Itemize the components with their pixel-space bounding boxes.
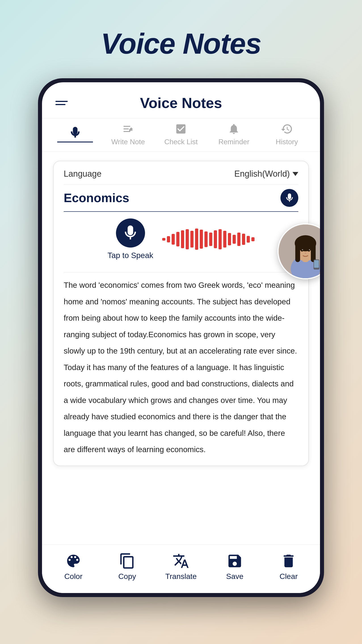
tab-write-note[interactable]: Write Note: [110, 123, 146, 146]
tab-history[interactable]: History: [269, 123, 305, 146]
tab-reminder[interactable]: Reminder: [216, 123, 252, 146]
translate-label: Translate: [165, 572, 197, 581]
translate-action[interactable]: Translate: [161, 552, 201, 581]
note-title: Economics: [64, 191, 129, 205]
save-label: Save: [226, 572, 244, 581]
mic-active-badge[interactable]: [281, 189, 298, 207]
checklist-icon: [175, 123, 187, 136]
clear-action[interactable]: Clear: [269, 552, 309, 581]
tab-history-label: History: [276, 138, 298, 146]
app-header: Voice Notes: [42, 82, 320, 118]
language-value: English(World): [234, 169, 290, 179]
app-title: Voice Notes: [140, 94, 222, 111]
phone-screen: Voice Notes Write Note: [42, 82, 320, 593]
svg-rect-5: [295, 243, 300, 262]
tap-to-speak-label: Tap to Speak: [107, 251, 153, 260]
copy-label: Copy: [118, 572, 136, 581]
copy-action[interactable]: Copy: [107, 552, 147, 581]
tap-to-speak-button[interactable]: Tap to Speak: [107, 218, 153, 260]
menu-button[interactable]: [55, 101, 68, 105]
write-icon: [122, 123, 134, 136]
speak-section: Tap to Speak: [64, 212, 298, 266]
language-selector[interactable]: English(World): [234, 169, 298, 179]
main-content: Language English(World) Economics: [42, 152, 320, 544]
history-icon: [281, 123, 293, 136]
save-action[interactable]: Save: [215, 552, 255, 581]
phone-frame: Voice Notes Write Note: [38, 78, 324, 597]
chevron-down-icon: [293, 172, 298, 176]
note-text: The word 'economics' comes from two Gree…: [64, 272, 298, 458]
bell-icon: [228, 123, 240, 136]
bottom-action-bar: Color Copy Translate Sa: [42, 544, 320, 593]
sound-wave: [162, 228, 255, 250]
note-card: Language English(World) Economics: [53, 161, 309, 466]
tab-checklist-label: Check List: [164, 138, 198, 146]
svg-point-10: [309, 249, 310, 250]
mic-icon: [69, 126, 81, 140]
speak-circle: [116, 218, 145, 248]
color-action[interactable]: Color: [53, 552, 93, 581]
svg-point-11: [305, 253, 306, 254]
note-title-row: Economics: [64, 184, 298, 212]
tab-reminder-label: Reminder: [218, 138, 249, 146]
svg-rect-6: [311, 243, 316, 262]
svg-rect-13: [314, 260, 319, 268]
tab-voice[interactable]: [57, 126, 93, 142]
clear-label: Clear: [280, 572, 298, 581]
tab-checklist[interactable]: Check List: [163, 123, 199, 146]
hero-title: Voice Notes: [101, 27, 261, 60]
language-label: Language: [64, 169, 101, 179]
color-label: Color: [64, 572, 82, 581]
tab-write-note-label: Write Note: [111, 138, 145, 146]
tab-bar: Write Note Check List Reminder: [42, 118, 320, 152]
language-row: Language English(World): [64, 169, 298, 184]
svg-point-9: [302, 249, 303, 250]
